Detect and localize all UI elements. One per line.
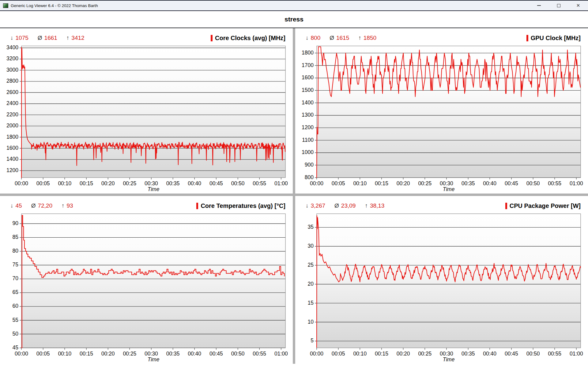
stat-max-value: 38,13 [370, 202, 385, 209]
chart-legend: CPU Package Power [W] [505, 202, 581, 209]
svg-text:00:55: 00:55 [548, 180, 561, 186]
stat-max-value: 3412 [71, 35, 84, 41]
svg-text:00:55: 00:55 [253, 351, 266, 357]
chart-panel-core-clocks: ↓1075 Ø1661 ↑3412 Core Clocks (avg) [MHz… [0, 28, 293, 194]
svg-text:1700: 1700 [302, 62, 314, 68]
svg-text:00:10: 00:10 [58, 180, 71, 186]
stat-min: ↓45 [10, 202, 22, 209]
window-controls: ✕ [529, 1, 588, 10]
svg-text:00:10: 00:10 [353, 351, 367, 357]
svg-text:00:05: 00:05 [332, 180, 345, 186]
close-icon: ✕ [576, 3, 580, 8]
stat-avg: Ø72,20 [31, 202, 52, 209]
svg-text:55: 55 [13, 317, 18, 323]
svg-text:15: 15 [308, 300, 314, 306]
minimize-icon [537, 5, 541, 6]
svg-text:00:00: 00:00 [310, 180, 323, 186]
svg-text:00:25: 00:25 [418, 180, 432, 186]
line-chart-core-clocks[interactable]: 1200140016001800200022002400260028003000… [2, 43, 290, 192]
max-arrow-icon: ↑ [62, 202, 65, 209]
svg-text:00:25: 00:25 [123, 351, 136, 357]
app-icon [3, 3, 8, 8]
line-chart-gpu-clock[interactable]: 8009001000110012001300140015001600170018… [297, 43, 585, 192]
svg-text:00:00: 00:00 [15, 351, 28, 357]
svg-text:00:45: 00:45 [505, 180, 518, 186]
chart-legend: Core Temperatures (avg) [°C] [196, 202, 285, 209]
svg-text:1500: 1500 [302, 87, 314, 93]
svg-text:Time: Time [148, 356, 160, 363]
close-button[interactable]: ✕ [568, 1, 588, 10]
page-title: stress [285, 16, 303, 23]
svg-text:1400: 1400 [302, 100, 314, 106]
svg-text:50: 50 [13, 331, 19, 337]
svg-text:00:45: 00:45 [209, 351, 223, 357]
svg-text:1200: 1200 [6, 167, 18, 173]
stat-avg-value: 72,20 [38, 202, 52, 209]
maximize-icon [557, 4, 560, 7]
svg-text:20: 20 [308, 281, 314, 287]
svg-text:00:35: 00:35 [462, 351, 475, 357]
chart-legend: GPU Clock [MHz] [526, 35, 581, 42]
average-icon: Ø [334, 202, 339, 209]
svg-text:900: 900 [305, 162, 314, 168]
svg-text:00:10: 00:10 [353, 180, 367, 186]
svg-text:01:00: 01:00 [570, 180, 583, 186]
stat-avg-value: 1615 [336, 35, 349, 41]
svg-text:00:40: 00:40 [188, 180, 201, 186]
stat-avg-value: 23,09 [341, 202, 356, 209]
svg-text:00:40: 00:40 [483, 351, 496, 357]
svg-text:2200: 2200 [6, 111, 18, 118]
svg-text:2400: 2400 [6, 100, 18, 106]
svg-text:00:20: 00:20 [101, 180, 115, 186]
stat-avg: Ø23,09 [334, 202, 356, 209]
svg-text:25: 25 [308, 262, 314, 268]
stat-max: ↑1850 [358, 35, 376, 41]
svg-text:00:50: 00:50 [231, 180, 245, 186]
svg-text:00:35: 00:35 [166, 180, 180, 186]
svg-text:00:25: 00:25 [418, 351, 432, 357]
stat-min-value: 45 [16, 202, 22, 209]
line-chart-core-temperatures[interactable]: 4550556065707580859000:0000:0500:1000:15… [2, 211, 290, 363]
svg-text:3200: 3200 [6, 55, 18, 62]
svg-text:65: 65 [13, 289, 18, 295]
charts-grid: ↓1075 Ø1661 ↑3412 Core Clocks (avg) [MHz… [0, 28, 588, 364]
chart-title: CPU Package Power [W] [510, 202, 581, 209]
chart-title: GPU Clock [MHz] [531, 35, 581, 42]
min-arrow-icon: ↓ [10, 35, 13, 41]
window-titlebar: Generic Log Viewer 6.4 - © 2022 Thomas B… [0, 0, 588, 11]
svg-text:00:30: 00:30 [440, 180, 453, 186]
svg-text:Time: Time [443, 186, 455, 192]
svg-text:60: 60 [13, 303, 19, 309]
svg-text:1200: 1200 [302, 124, 314, 130]
stat-max-value: 1850 [364, 35, 376, 41]
stat-min-value: 3,267 [311, 202, 326, 209]
stat-max-value: 93 [66, 202, 73, 209]
svg-text:2800: 2800 [6, 78, 18, 84]
svg-text:00:20: 00:20 [397, 180, 410, 186]
maximize-button[interactable] [549, 1, 568, 10]
svg-text:00:40: 00:40 [188, 351, 201, 357]
svg-text:1400: 1400 [6, 156, 18, 162]
svg-text:00:05: 00:05 [36, 180, 50, 186]
chart-stats: ↓800 Ø1615 ↑1850 [306, 35, 376, 41]
max-arrow-icon: ↑ [66, 35, 70, 41]
svg-text:00:30: 00:30 [145, 351, 158, 357]
chart-legend: Core Clocks (avg) [MHz] [211, 35, 285, 42]
minimize-button[interactable] [529, 1, 549, 10]
svg-text:00:25: 00:25 [123, 180, 136, 186]
svg-text:Time: Time [443, 356, 455, 363]
series-color-bar [196, 203, 198, 209]
min-arrow-icon: ↓ [10, 202, 13, 209]
svg-text:800: 800 [305, 174, 314, 180]
chart-panel-gpu-clock: ↓800 Ø1615 ↑1850 GPU Clock [MHz] 8009001… [295, 28, 588, 194]
svg-text:00:40: 00:40 [483, 180, 496, 186]
stat-avg: Ø1615 [330, 35, 349, 41]
line-chart-cpu-package-power[interactable]: 510152025303500:0000:0500:1000:1500:2000… [297, 211, 585, 363]
svg-text:00:20: 00:20 [397, 351, 410, 357]
stat-min-value: 800 [311, 35, 321, 41]
svg-text:00:55: 00:55 [253, 180, 266, 186]
svg-text:2600: 2600 [6, 89, 18, 95]
stat-max: ↑93 [62, 202, 73, 209]
svg-text:00:00: 00:00 [310, 351, 323, 357]
svg-text:5: 5 [311, 337, 314, 344]
